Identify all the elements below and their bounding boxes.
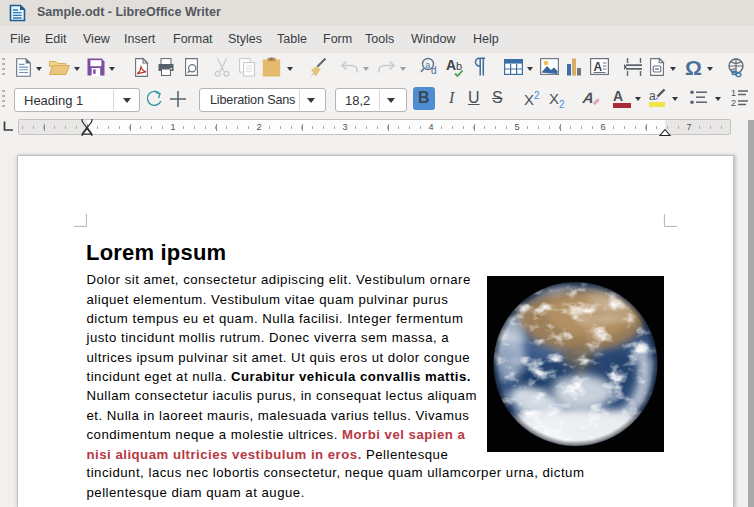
svg-text:a: a [425, 60, 430, 70]
svg-text:A: A [594, 60, 603, 74]
svg-text:1: 1 [731, 88, 736, 98]
svg-text:A: A [581, 89, 595, 106]
svg-text:2: 2 [731, 98, 736, 108]
svg-text:a: a [649, 89, 656, 103]
svg-text:b: b [456, 60, 462, 72]
svg-text:d: d [431, 65, 437, 76]
svg-text:A: A [446, 57, 456, 73]
